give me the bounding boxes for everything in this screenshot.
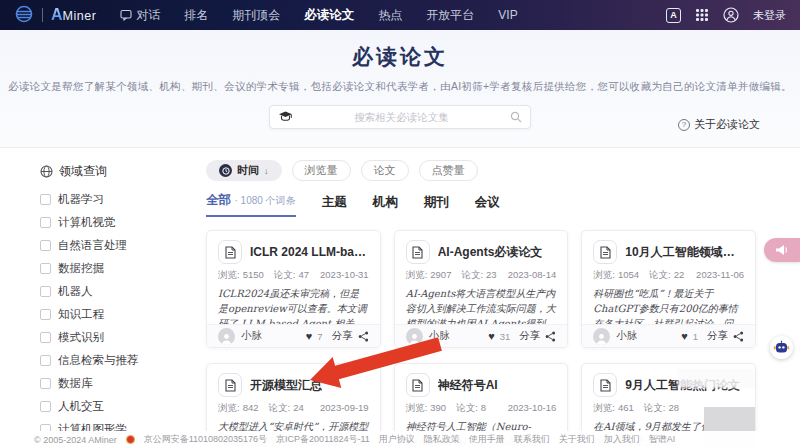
share-icon[interactable] [545,331,556,342]
checkbox[interactable] [40,217,51,228]
checkbox[interactable] [40,309,51,320]
megaphone-icon [775,244,789,256]
checkbox[interactable] [40,240,51,251]
about-mustread-link[interactable]: ? 关于必读论文 [678,117,760,132]
card-stats: 浏览:390 论文:8 2023-10-16 [395,402,568,415]
login-status[interactable]: 未登录 [753,8,786,23]
heart-icon[interactable]: ♥ [681,331,688,342]
nav-item-ranking[interactable]: 排名 [184,7,208,24]
tab-conference[interactable]: 会议 [475,194,500,217]
papers-count: 28 [668,402,679,415]
field-sidebar: 领域查询 机器学习 计算机视觉 自然语言处理 数据挖掘 机器人 知识工程 模式识… [0,148,206,432]
tab-journal[interactable]: 期刊 [424,194,449,217]
author-name: 小脉 [241,329,262,343]
heart-icon[interactable]: ♥ [306,331,313,342]
share-label[interactable]: 分享 [332,329,353,343]
nav-item-hot[interactable]: 热点 [378,7,402,24]
brand-divider [42,8,43,22]
floating-promo-tab[interactable] [764,238,800,262]
top-navigation-bar: AMiner 对话 排名 期刊顶会 必读论文 热点 开放平台 VIP A [0,0,800,30]
nav-item-mustread[interactable]: 必读论文 [304,7,354,24]
field-query-header: 领域查询 [40,163,206,180]
sidebar-item-robotics: 机器人 [40,284,206,299]
views-count: 842 [243,402,259,415]
sort-pill-views[interactable]: 浏览量 [292,160,351,181]
nav-item-open-platform[interactable]: 开放平台 [426,7,474,24]
card-stats: 浏览:5150 论文:47 2023-10-31 [207,269,380,282]
share-label[interactable]: 分享 [707,329,728,343]
collection-card-october-hot[interactable]: 10月人工智能领域热门论文 浏览:1054 论文:22 2023-11-06 科… [581,230,756,348]
sidebar-item-ir-recommendation: 信息检索与推荐 [40,353,206,368]
footer-link-contact[interactable]: 联系我们 [514,433,550,446]
collection-card-ai-agents[interactable]: AI-Agents必读论文 浏览:2907 论文:23 2023-08-14 A… [394,230,569,348]
checkbox[interactable] [40,286,51,297]
sort-pill-likes[interactable]: 点赞量 [419,160,478,181]
checkbox[interactable] [40,355,51,366]
document-icon [406,373,430,397]
papers-count: 24 [293,402,304,415]
checkbox[interactable] [40,263,51,274]
footer-link-manual[interactable]: 使用手册 [469,433,505,446]
share-icon[interactable] [733,331,744,342]
user-icon[interactable] [723,7,739,23]
tab-all-count: · 1080 个词条 [234,195,295,206]
footer-link-privacy[interactable]: 隐私政策 [424,433,460,446]
card-description: ICLR2024虽还未审完稿，但是是openreview可以查看。本文调研了 L… [207,282,380,324]
share-icon[interactable] [358,331,369,342]
card-title: 10月人工智能领域热门论文 [625,244,744,261]
translate-icon[interactable]: A [666,8,681,23]
icp-record-link[interactable]: 京ICP备20011824号-11 [276,433,370,446]
sort-pill-time[interactable]: 时间 ↓ [206,160,282,181]
partner-globe-logo-icon [14,5,34,25]
nav-item-chat[interactable]: 对话 [120,7,160,24]
card-stats: 浏览:2907 论文:23 2023-08-14 [395,269,568,282]
heart-icon[interactable]: ♥ [488,331,495,342]
nav-item-vip[interactable]: VIP [498,8,517,22]
sort-pill-papers[interactable]: 论文 [361,160,409,181]
card-footer: 小脉 ♥ 7 分享 [207,324,380,347]
document-icon [593,373,617,397]
sidebar-item-hci: 人机交互 [40,399,206,414]
checkbox[interactable] [40,401,51,412]
apps-grid-icon[interactable] [695,8,709,22]
checkbox[interactable] [40,194,51,205]
aminer-logo[interactable]: AMiner [51,6,96,24]
checkbox[interactable] [40,378,51,389]
tab-all[interactable]: 全部 · 1080 个词条 [206,192,296,217]
tab-topic[interactable]: 主题 [322,194,347,217]
avatar [406,328,423,345]
graduation-cap-icon[interactable] [278,111,293,123]
papers-count: 22 [674,269,685,282]
tab-institution[interactable]: 机构 [373,194,398,217]
views-count: 2907 [430,269,451,282]
author-name: 小脉 [429,329,450,343]
robot-assistant-button[interactable] [770,336,793,359]
topbar-actions: A 未登录 [666,7,786,23]
sidebar-item-computer-vision: 计算机视觉 [40,215,206,230]
search-icon[interactable] [510,111,522,123]
search-input[interactable] [293,111,510,123]
police-record-link[interactable]: 京公网安备11010802035176号 [144,433,267,446]
checkbox[interactable] [40,332,51,343]
search-box [269,105,531,129]
document-icon [218,240,242,264]
brand-area[interactable]: AMiner [14,5,96,25]
police-badge-icon [126,435,135,444]
nav-item-venues[interactable]: 期刊顶会 [232,7,280,24]
copyright: © 2005-2024 AMiner [34,435,117,445]
sidebar-item-nlp: 自然语言处理 [40,238,206,253]
paper-collection-grid: ICLR 2024 LLM-based... 浏览:5150 论文:47 202… [206,230,756,448]
collection-card-iclr2024[interactable]: ICLR 2024 LLM-based... 浏览:5150 论文:47 202… [206,230,381,348]
papers-count: 8 [481,402,486,415]
share-label[interactable]: 分享 [519,329,540,343]
footer-link-join[interactable]: 加入我们 [604,433,640,446]
sidebar-item-data-mining: 数据挖掘 [40,261,206,276]
card-description: 科研圈也“吃瓜”！最近关于ChatGPT参数只有200亿的事情在各大社区、社群引… [582,282,755,324]
card-footer: 小脉 ♥ 31 分享 [395,324,568,347]
footer-link-terms[interactable]: 用户协议 [379,433,415,446]
avatar [593,328,610,345]
footer-link-about[interactable]: 关于我们 [559,433,595,446]
document-icon [218,373,242,397]
footer-link-zhipu[interactable]: 智谱AI [649,433,676,446]
sidebar-item-database: 数据库 [40,376,206,391]
